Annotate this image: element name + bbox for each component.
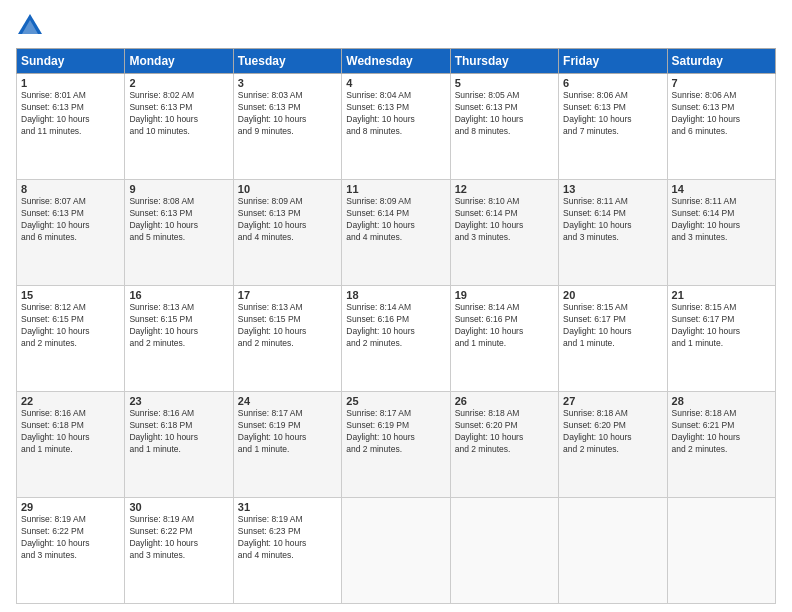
day-info: Sunrise: 8:11 AMSunset: 6:14 PMDaylight:… (563, 196, 662, 244)
day-number: 6 (563, 77, 662, 89)
day-number: 23 (129, 395, 228, 407)
day-info: Sunrise: 8:07 AMSunset: 6:13 PMDaylight:… (21, 196, 120, 244)
day-number: 18 (346, 289, 445, 301)
day-number: 15 (21, 289, 120, 301)
calendar-cell: 29Sunrise: 8:19 AMSunset: 6:22 PMDayligh… (17, 498, 125, 604)
calendar-cell: 27Sunrise: 8:18 AMSunset: 6:20 PMDayligh… (559, 392, 667, 498)
calendar-cell: 21Sunrise: 8:15 AMSunset: 6:17 PMDayligh… (667, 286, 775, 392)
day-number: 14 (672, 183, 771, 195)
day-info: Sunrise: 8:09 AMSunset: 6:13 PMDaylight:… (238, 196, 337, 244)
calendar-week-4: 22Sunrise: 8:16 AMSunset: 6:18 PMDayligh… (17, 392, 776, 498)
day-number: 16 (129, 289, 228, 301)
calendar-cell: 14Sunrise: 8:11 AMSunset: 6:14 PMDayligh… (667, 180, 775, 286)
day-info: Sunrise: 8:11 AMSunset: 6:14 PMDaylight:… (672, 196, 771, 244)
day-info: Sunrise: 8:18 AMSunset: 6:20 PMDaylight:… (563, 408, 662, 456)
calendar-cell: 13Sunrise: 8:11 AMSunset: 6:14 PMDayligh… (559, 180, 667, 286)
day-number: 12 (455, 183, 554, 195)
calendar-cell: 25Sunrise: 8:17 AMSunset: 6:19 PMDayligh… (342, 392, 450, 498)
day-number: 27 (563, 395, 662, 407)
day-info: Sunrise: 8:14 AMSunset: 6:16 PMDaylight:… (455, 302, 554, 350)
day-number: 13 (563, 183, 662, 195)
calendar-week-5: 29Sunrise: 8:19 AMSunset: 6:22 PMDayligh… (17, 498, 776, 604)
day-info: Sunrise: 8:02 AMSunset: 6:13 PMDaylight:… (129, 90, 228, 138)
calendar-header-saturday: Saturday (667, 49, 775, 74)
day-number: 9 (129, 183, 228, 195)
calendar: SundayMondayTuesdayWednesdayThursdayFrid… (16, 48, 776, 604)
day-info: Sunrise: 8:06 AMSunset: 6:13 PMDaylight:… (672, 90, 771, 138)
calendar-cell: 11Sunrise: 8:09 AMSunset: 6:14 PMDayligh… (342, 180, 450, 286)
calendar-cell (559, 498, 667, 604)
calendar-header-sunday: Sunday (17, 49, 125, 74)
day-number: 26 (455, 395, 554, 407)
calendar-cell (342, 498, 450, 604)
day-number: 22 (21, 395, 120, 407)
day-info: Sunrise: 8:08 AMSunset: 6:13 PMDaylight:… (129, 196, 228, 244)
calendar-cell: 7Sunrise: 8:06 AMSunset: 6:13 PMDaylight… (667, 74, 775, 180)
calendar-cell: 15Sunrise: 8:12 AMSunset: 6:15 PMDayligh… (17, 286, 125, 392)
calendar-cell: 18Sunrise: 8:14 AMSunset: 6:16 PMDayligh… (342, 286, 450, 392)
calendar-cell: 28Sunrise: 8:18 AMSunset: 6:21 PMDayligh… (667, 392, 775, 498)
calendar-cell: 20Sunrise: 8:15 AMSunset: 6:17 PMDayligh… (559, 286, 667, 392)
calendar-cell: 4Sunrise: 8:04 AMSunset: 6:13 PMDaylight… (342, 74, 450, 180)
day-number: 28 (672, 395, 771, 407)
calendar-cell: 22Sunrise: 8:16 AMSunset: 6:18 PMDayligh… (17, 392, 125, 498)
day-number: 21 (672, 289, 771, 301)
logo-icon (16, 12, 44, 40)
day-number: 19 (455, 289, 554, 301)
calendar-cell: 26Sunrise: 8:18 AMSunset: 6:20 PMDayligh… (450, 392, 558, 498)
day-info: Sunrise: 8:12 AMSunset: 6:15 PMDaylight:… (21, 302, 120, 350)
day-number: 31 (238, 501, 337, 513)
calendar-cell: 1Sunrise: 8:01 AMSunset: 6:13 PMDaylight… (17, 74, 125, 180)
day-info: Sunrise: 8:06 AMSunset: 6:13 PMDaylight:… (563, 90, 662, 138)
calendar-header-row: SundayMondayTuesdayWednesdayThursdayFrid… (17, 49, 776, 74)
day-number: 8 (21, 183, 120, 195)
day-number: 20 (563, 289, 662, 301)
day-info: Sunrise: 8:18 AMSunset: 6:20 PMDaylight:… (455, 408, 554, 456)
day-info: Sunrise: 8:19 AMSunset: 6:23 PMDaylight:… (238, 514, 337, 562)
day-number: 30 (129, 501, 228, 513)
header (16, 12, 776, 40)
logo (16, 12, 48, 40)
calendar-week-3: 15Sunrise: 8:12 AMSunset: 6:15 PMDayligh… (17, 286, 776, 392)
calendar-cell: 3Sunrise: 8:03 AMSunset: 6:13 PMDaylight… (233, 74, 341, 180)
calendar-cell: 30Sunrise: 8:19 AMSunset: 6:22 PMDayligh… (125, 498, 233, 604)
day-info: Sunrise: 8:10 AMSunset: 6:14 PMDaylight:… (455, 196, 554, 244)
calendar-cell: 6Sunrise: 8:06 AMSunset: 6:13 PMDaylight… (559, 74, 667, 180)
day-number: 7 (672, 77, 771, 89)
day-number: 17 (238, 289, 337, 301)
day-number: 25 (346, 395, 445, 407)
day-info: Sunrise: 8:15 AMSunset: 6:17 PMDaylight:… (672, 302, 771, 350)
day-info: Sunrise: 8:04 AMSunset: 6:13 PMDaylight:… (346, 90, 445, 138)
day-info: Sunrise: 8:16 AMSunset: 6:18 PMDaylight:… (129, 408, 228, 456)
calendar-cell: 5Sunrise: 8:05 AMSunset: 6:13 PMDaylight… (450, 74, 558, 180)
calendar-cell: 23Sunrise: 8:16 AMSunset: 6:18 PMDayligh… (125, 392, 233, 498)
calendar-cell: 2Sunrise: 8:02 AMSunset: 6:13 PMDaylight… (125, 74, 233, 180)
calendar-cell: 31Sunrise: 8:19 AMSunset: 6:23 PMDayligh… (233, 498, 341, 604)
calendar-header-monday: Monday (125, 49, 233, 74)
calendar-header-wednesday: Wednesday (342, 49, 450, 74)
calendar-cell: 10Sunrise: 8:09 AMSunset: 6:13 PMDayligh… (233, 180, 341, 286)
day-info: Sunrise: 8:18 AMSunset: 6:21 PMDaylight:… (672, 408, 771, 456)
calendar-cell: 8Sunrise: 8:07 AMSunset: 6:13 PMDaylight… (17, 180, 125, 286)
day-number: 1 (21, 77, 120, 89)
calendar-header-tuesday: Tuesday (233, 49, 341, 74)
day-number: 2 (129, 77, 228, 89)
day-number: 3 (238, 77, 337, 89)
calendar-cell (450, 498, 558, 604)
day-number: 29 (21, 501, 120, 513)
calendar-week-1: 1Sunrise: 8:01 AMSunset: 6:13 PMDaylight… (17, 74, 776, 180)
calendar-cell: 17Sunrise: 8:13 AMSunset: 6:15 PMDayligh… (233, 286, 341, 392)
calendar-cell: 12Sunrise: 8:10 AMSunset: 6:14 PMDayligh… (450, 180, 558, 286)
calendar-header-friday: Friday (559, 49, 667, 74)
day-info: Sunrise: 8:03 AMSunset: 6:13 PMDaylight:… (238, 90, 337, 138)
day-number: 11 (346, 183, 445, 195)
day-number: 5 (455, 77, 554, 89)
day-info: Sunrise: 8:05 AMSunset: 6:13 PMDaylight:… (455, 90, 554, 138)
day-number: 10 (238, 183, 337, 195)
day-info: Sunrise: 8:13 AMSunset: 6:15 PMDaylight:… (129, 302, 228, 350)
calendar-week-2: 8Sunrise: 8:07 AMSunset: 6:13 PMDaylight… (17, 180, 776, 286)
calendar-cell: 16Sunrise: 8:13 AMSunset: 6:15 PMDayligh… (125, 286, 233, 392)
calendar-cell: 19Sunrise: 8:14 AMSunset: 6:16 PMDayligh… (450, 286, 558, 392)
day-info: Sunrise: 8:13 AMSunset: 6:15 PMDaylight:… (238, 302, 337, 350)
day-info: Sunrise: 8:09 AMSunset: 6:14 PMDaylight:… (346, 196, 445, 244)
